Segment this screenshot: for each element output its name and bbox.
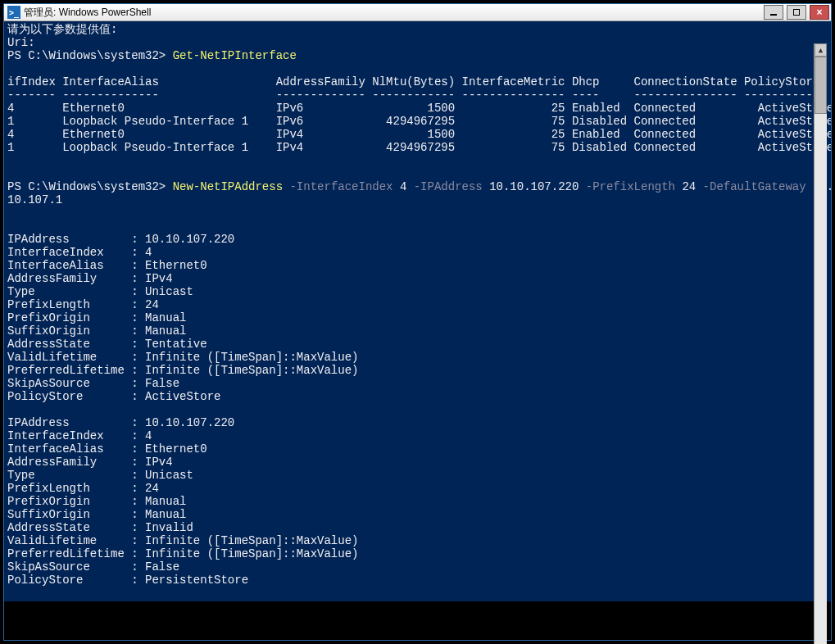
close-button[interactable]: × [810, 5, 829, 20]
powershell-icon: >_ [7, 6, 20, 19]
scrollbar[interactable]: ▲ ▼ [814, 43, 827, 644]
window-title: 管理员: Windows PowerShell [24, 6, 151, 20]
scroll-track[interactable] [815, 57, 827, 644]
scroll-thumb[interactable] [815, 57, 827, 114]
titlebar[interactable]: >_ 管理员: Windows PowerShell × [4, 4, 831, 21]
maximize-button[interactable] [787, 5, 806, 20]
scroll-up-button[interactable]: ▲ [815, 43, 827, 57]
terminal-output[interactable]: 请为以下参数提供值: Uri: PS C:\Windows\system32> … [4, 21, 831, 601]
minimize-button[interactable] [764, 5, 783, 20]
